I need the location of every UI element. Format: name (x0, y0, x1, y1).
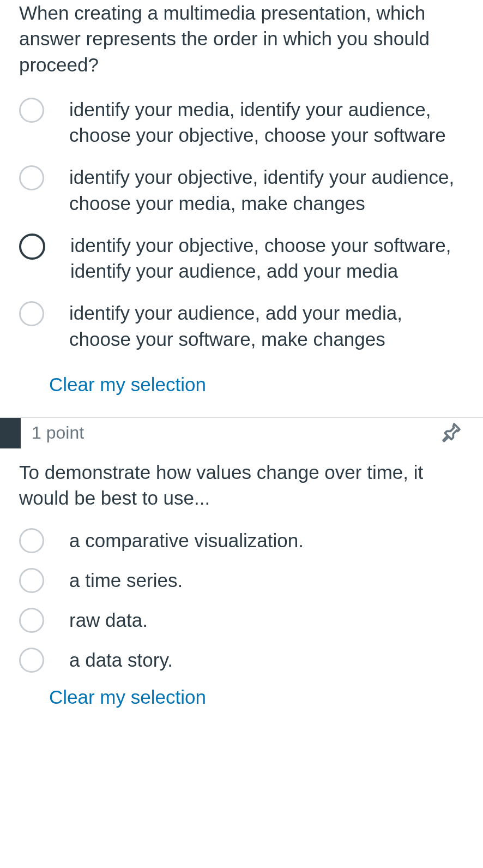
radio-icon (19, 608, 44, 633)
question-1-text: When creating a multimedia presentation,… (19, 0, 464, 77)
q1-option-2-label: identify your objective, identify your a… (69, 164, 464, 216)
points-label: 1 point (32, 423, 84, 443)
radio-icon (19, 648, 44, 673)
q1-option-1[interactable]: identify your media, identify your audie… (19, 97, 464, 148)
clear-selection-link[interactable]: Clear my selection (30, 686, 225, 708)
question-2-block: 1 point To demonstrate how values change… (0, 418, 483, 710)
radio-icon (19, 528, 44, 553)
q2-option-1[interactable]: a comparative visualization. (19, 527, 464, 553)
q1-option-3[interactable]: identify your objective, choose your sof… (19, 232, 464, 284)
question-number-tab (0, 418, 21, 448)
q2-option-4[interactable]: a data story. (19, 646, 464, 673)
radio-icon (19, 568, 44, 593)
radio-icon (19, 301, 44, 326)
radio-icon (19, 98, 44, 123)
q1-option-4[interactable]: identify your audience, add your media, … (19, 300, 464, 352)
q1-option-2[interactable]: identify your objective, identify your a… (19, 164, 464, 216)
pin-icon[interactable] (440, 421, 462, 445)
q2-option-1-label: a comparative visualization. (69, 528, 464, 553)
question-2-header-left: 1 point (0, 418, 84, 448)
q2-option-4-label: a data story. (69, 647, 464, 673)
radio-icon (19, 234, 45, 260)
q2-option-2-label: a time series. (69, 567, 464, 593)
q1-option-4-label: identify your audience, add your media, … (69, 300, 464, 352)
question-2-options: a comparative visualization. a time seri… (0, 527, 483, 673)
q2-option-3[interactable]: raw data. (19, 607, 464, 633)
q2-option-2[interactable]: a time series. (19, 567, 464, 593)
question-2-header: 1 point (0, 418, 483, 448)
question-2-text: To demonstrate how values change over ti… (0, 459, 483, 511)
question-1-block: When creating a multimedia presentation,… (0, 0, 483, 417)
q2-option-3-label: raw data. (69, 607, 464, 633)
clear-selection-link[interactable]: Clear my selection (49, 374, 206, 396)
radio-icon (19, 165, 44, 190)
q1-option-1-label: identify your media, identify your audie… (69, 97, 464, 148)
q1-option-3-label: identify your objective, choose your sof… (70, 232, 464, 284)
